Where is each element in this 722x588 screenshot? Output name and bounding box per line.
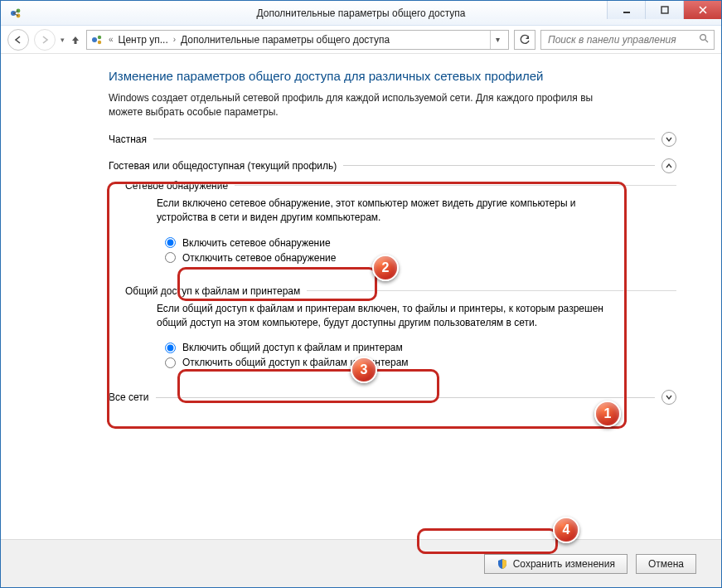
profile-guest-label: Гостевая или общедоступная (текущий проф…: [109, 160, 337, 172]
radio-input[interactable]: [165, 237, 176, 248]
discovery-radio-group: Включить сетевое обнаружение Отключить с…: [157, 232, 347, 270]
window-controls: [607, 1, 721, 19]
group-label: Общий доступ к файлам и принтерам: [125, 285, 300, 297]
nav-back-button[interactable]: [7, 29, 29, 51]
shield-icon: [497, 558, 508, 570]
divider: [156, 397, 656, 398]
chevron-down-icon[interactable]: [661, 132, 676, 147]
group-network-discovery: Сетевое обнаружение: [125, 180, 676, 192]
radio-input[interactable]: [165, 357, 176, 368]
radio-discovery-on[interactable]: Включить сетевое обнаружение: [165, 236, 336, 250]
nav-history-dropdown[interactable]: ▾: [61, 36, 65, 44]
footer-bar: Сохранить изменения Отмена: [1, 539, 721, 587]
chevron-down-icon[interactable]: [661, 390, 676, 405]
profile-all-label: Все сети: [109, 391, 149, 403]
save-button-label: Сохранить изменения: [513, 558, 615, 570]
save-button[interactable]: Сохранить изменения: [484, 554, 628, 574]
svg-point-6: [98, 35, 101, 38]
profile-all-header[interactable]: Все сети: [109, 390, 676, 405]
refresh-button[interactable]: [514, 30, 535, 50]
profile-private-header[interactable]: Частная: [109, 132, 676, 147]
crumb-sep-icon: «: [109, 35, 114, 44]
chevron-right-icon: ›: [173, 35, 176, 44]
window-frame: Дополнительные параметры общего доступа …: [0, 0, 722, 588]
svg-point-5: [92, 37, 97, 42]
titlebar: Дополнительные параметры общего доступа: [1, 1, 721, 26]
svg-point-8: [700, 35, 706, 41]
svg-point-7: [98, 40, 101, 43]
radio-discovery-off[interactable]: Отключить сетевое обнаружение: [165, 250, 336, 265]
minimize-button[interactable]: [607, 1, 645, 19]
close-button[interactable]: [683, 1, 721, 19]
address-icon: [90, 33, 104, 46]
radio-input[interactable]: [165, 252, 176, 263]
sharing-radio-group: Включить общий доступ к файлам и принтер…: [157, 337, 420, 375]
profile-private-label: Частная: [109, 134, 147, 145]
profile-guest-section: Гостевая или общедоступная (текущий проф…: [109, 153, 676, 389]
navbar: ▾ « Центр уп... › Дополнительные парамет…: [1, 26, 721, 54]
divider: [235, 185, 676, 186]
group-label: Сетевое обнаружение: [125, 180, 228, 192]
radio-sharing-on[interactable]: Включить общий доступ к файлам и принтер…: [165, 340, 409, 355]
radio-label: Отключить сетевое обнаружение: [182, 252, 336, 264]
nav-forward-button[interactable]: [34, 29, 56, 51]
radio-label: Отключить общий доступ к файлам и принте…: [182, 357, 409, 368]
divider: [307, 290, 676, 291]
radio-label: Включить сетевое обнаружение: [182, 237, 331, 249]
page-description: Windows создает отдельный сетевой профил…: [109, 91, 623, 120]
search-icon: [699, 33, 709, 46]
address-dropdown-icon[interactable]: ▾: [490, 31, 505, 49]
svg-rect-3: [623, 12, 630, 13]
nav-up-button[interactable]: [70, 34, 81, 46]
address-bar[interactable]: « Центр уп... › Дополнительные параметры…: [86, 30, 509, 50]
app-icon: [9, 7, 22, 20]
content-area: Изменение параметров общего доступа для …: [1, 54, 721, 405]
cancel-button-label: Отмена: [648, 558, 684, 570]
breadcrumb-item[interactable]: Дополнительные параметры общего доступа: [181, 34, 485, 46]
divider: [153, 138, 655, 139]
divider: [343, 165, 655, 166]
svg-rect-4: [661, 7, 668, 13]
cancel-button[interactable]: Отмена: [636, 554, 696, 574]
profile-guest-header[interactable]: Гостевая или общедоступная (текущий проф…: [109, 158, 676, 173]
chevron-up-icon[interactable]: [661, 158, 676, 173]
breadcrumb-item[interactable]: Центр уп...: [119, 34, 168, 46]
search-input[interactable]: [546, 33, 694, 46]
maximize-button[interactable]: [645, 1, 683, 19]
group-file-sharing: Общий доступ к файлам и принтерам: [125, 285, 676, 297]
group-description: Если включено сетевое обнаружение, этот …: [157, 197, 621, 226]
radio-label: Включить общий доступ к файлам и принтер…: [182, 342, 403, 353]
radio-sharing-off[interactable]: Отключить общий доступ к файлам и принте…: [165, 355, 409, 370]
search-box[interactable]: [540, 30, 715, 50]
group-description: Если общий доступ к файлам и принтерам в…: [157, 302, 621, 331]
page-title: Изменение параметров общего доступа для …: [109, 69, 676, 83]
radio-input[interactable]: [165, 343, 176, 353]
